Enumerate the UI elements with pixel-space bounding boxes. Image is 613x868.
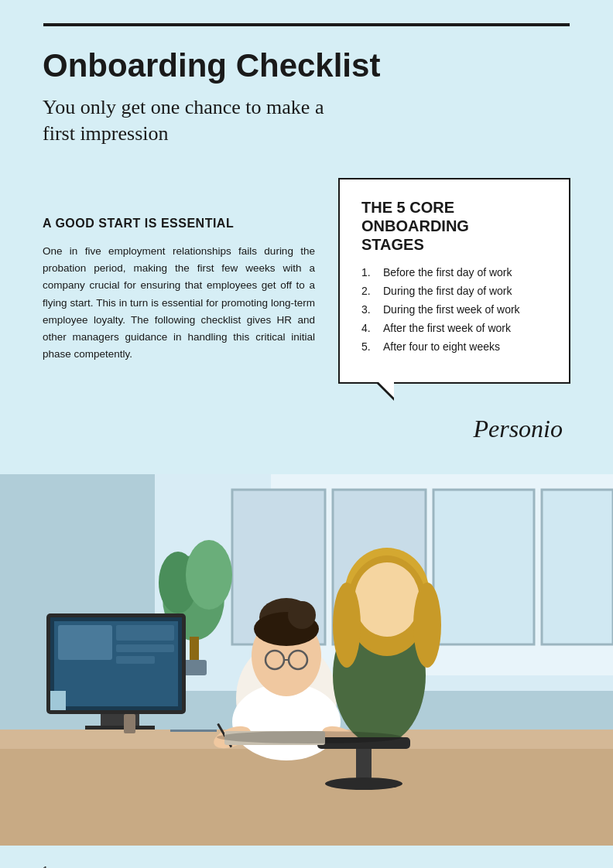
subtitle-line1: You only get one chance to make a xyxy=(43,96,324,118)
stage-label-1: Before the first day of work xyxy=(383,266,512,279)
stage-item-3: 3. During the first week of work xyxy=(361,303,547,316)
svg-rect-48 xyxy=(170,730,217,732)
stage-num-4: 4. xyxy=(361,322,377,334)
svg-rect-47 xyxy=(50,691,66,710)
svg-rect-6 xyxy=(542,490,613,644)
svg-point-39 xyxy=(354,562,420,637)
subtitle-line2: first impression xyxy=(43,122,169,145)
section-heading: A GOOD START IS ESSENTIAL xyxy=(43,217,315,231)
subtitle: You only get one chance to make a first … xyxy=(43,94,570,147)
svg-point-9 xyxy=(186,540,232,610)
stage-num-5: 5. xyxy=(361,340,377,353)
page: Onboarding Checklist You only get one ch… xyxy=(0,23,613,868)
svg-point-40 xyxy=(333,583,361,668)
stage-label-3: During the first week of work xyxy=(383,303,520,316)
header-section: Onboarding Checklist You only get one ch… xyxy=(0,26,613,162)
stage-label-5: After four to eight weeks xyxy=(383,340,500,353)
info-box-title: THE 5 CORE ONBOARDING STAGES xyxy=(361,198,547,254)
svg-rect-18 xyxy=(116,625,174,641)
main-title: Onboarding Checklist xyxy=(43,48,570,84)
svg-rect-43 xyxy=(356,749,372,780)
stage-label-2: During the first day of work xyxy=(383,285,512,297)
stage-num-1: 1. xyxy=(361,266,377,279)
svg-rect-5 xyxy=(433,490,534,644)
info-box: THE 5 CORE ONBOARDING STAGES 1. Before t… xyxy=(338,178,570,384)
svg-rect-46 xyxy=(124,714,135,733)
stage-item-1: 1. Before the first day of work xyxy=(361,266,547,279)
stage-item-4: 4. After the first week of work xyxy=(361,322,547,334)
stage-item-2: 2. During the first day of work xyxy=(361,285,547,297)
svg-rect-19 xyxy=(116,644,174,652)
stage-num-2: 2. xyxy=(361,285,377,297)
page-number: 1 xyxy=(43,864,48,868)
office-image xyxy=(0,474,613,846)
svg-rect-22 xyxy=(0,749,613,846)
personio-logo: Personio xyxy=(473,415,563,443)
svg-point-49 xyxy=(217,731,402,743)
content-area: A GOOD START IS ESSENTIAL One in five em… xyxy=(0,178,613,443)
logo-area: Personio xyxy=(338,384,570,443)
stages-list: 1. Before the first day of work 2. Durin… xyxy=(361,266,547,353)
svg-rect-17 xyxy=(58,625,112,660)
svg-point-44 xyxy=(325,777,402,790)
svg-rect-20 xyxy=(116,656,155,664)
section-body: One in five employment relationships fai… xyxy=(43,243,315,364)
stage-item-5: 5. After four to eight weeks xyxy=(361,340,547,353)
left-column: A GOOD START IS ESSENTIAL One in five em… xyxy=(43,178,315,443)
right-column: THE 5 CORE ONBOARDING STAGES 1. Before t… xyxy=(338,178,570,443)
stage-label-4: After the first week of work xyxy=(383,322,511,334)
stage-num-3: 3. xyxy=(361,303,377,316)
svg-point-30 xyxy=(288,601,316,629)
svg-point-41 xyxy=(413,583,441,668)
